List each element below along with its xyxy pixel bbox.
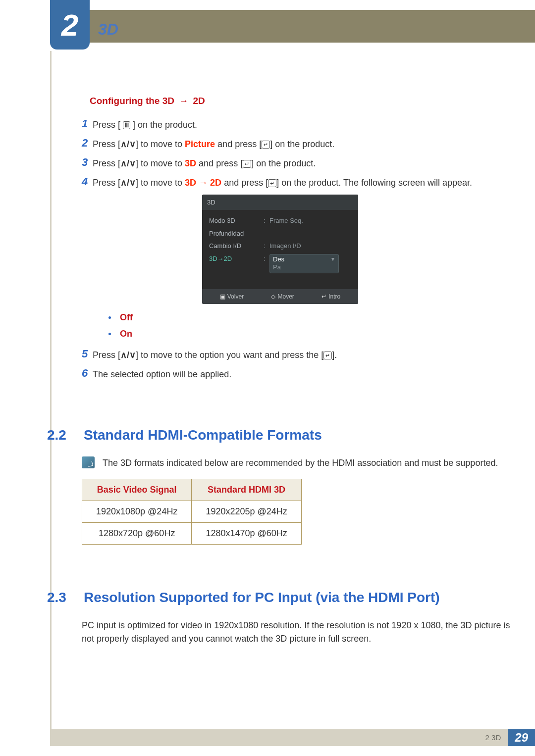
t: Press [ bbox=[93, 139, 120, 149]
step-1-b: ] on the product. bbox=[130, 120, 197, 130]
t: ] on the product. bbox=[270, 139, 334, 149]
updown-icon: ∧/∨ bbox=[120, 158, 136, 168]
table-cell: 1920x1080p @24Hz bbox=[82, 501, 192, 523]
table-header-basic: Basic Video Signal bbox=[82, 479, 192, 501]
step-2: 2 Press [∧/∨] to move to Picture and pre… bbox=[82, 137, 510, 151]
step-5-text: Press [∧/∨] to move to the option you wa… bbox=[93, 348, 510, 362]
note-icon bbox=[82, 456, 95, 468]
t: ]. bbox=[332, 350, 337, 360]
osd-body: Modo 3D : Frame Seq. Profundidad Cambio … bbox=[202, 210, 358, 289]
note-text: The 3D formats indicated below are recom… bbox=[103, 456, 510, 470]
osd-hint-mover: ◇Mover bbox=[271, 292, 294, 301]
osd-value-dropdown: Des Pa ▼ bbox=[269, 254, 351, 274]
menu-icon: ▣ bbox=[220, 293, 225, 300]
highlight-3d: 3D bbox=[185, 158, 196, 168]
step-4-text: Press [∧/∨] to move to 3D → 2D and press… bbox=[93, 175, 510, 190]
osd-hint-intro: ↵Intro bbox=[321, 292, 340, 301]
bullet-on: On bbox=[108, 327, 510, 341]
chevron-down-icon: ▼ bbox=[330, 256, 335, 262]
table-row: 1920x1080p @24Hz 1920x2205p @24Hz bbox=[82, 501, 302, 523]
section-2-2-heading: 2.2 Standard HDMI-Compatible Formats bbox=[47, 425, 510, 446]
section-number: 2.2 bbox=[47, 425, 84, 446]
step-4-number: 4 bbox=[82, 175, 93, 188]
section-title: Resolution Supported for PC Input (via t… bbox=[84, 587, 440, 608]
enter-button-icon: ↵ bbox=[262, 141, 270, 149]
t: ] to move to the option you want and pre… bbox=[136, 350, 323, 360]
menu-button-icon: Ⅲ bbox=[123, 121, 130, 129]
step-1-a: Press [ bbox=[93, 120, 123, 130]
osd-dropdown-selected: Des bbox=[273, 255, 335, 264]
step-1: 1 Press [ Ⅲ ] on the product. bbox=[82, 117, 510, 132]
enter-icon: ↵ bbox=[321, 293, 326, 300]
osd-label: 3D→2D bbox=[209, 254, 264, 274]
move-icon: ◇ bbox=[271, 293, 275, 300]
table-header-hdmi3d: Standard HDMI 3D bbox=[192, 479, 301, 501]
step-3-number: 3 bbox=[82, 156, 93, 169]
osd-row-profundidad: Profundidad bbox=[209, 229, 351, 239]
t: Intro bbox=[328, 293, 340, 300]
step-2-number: 2 bbox=[82, 137, 93, 150]
osd-value: Frame Seq. bbox=[269, 216, 351, 226]
header-band bbox=[50, 10, 535, 43]
t: ] to move to bbox=[136, 139, 185, 149]
page-footer: 2 3D 29 bbox=[50, 729, 535, 746]
t: and press [ bbox=[215, 139, 262, 149]
t: ] to move to bbox=[136, 178, 185, 188]
osd-colon: : bbox=[264, 254, 269, 274]
t: and press [ bbox=[196, 158, 243, 168]
step-5: 5 Press [∧/∨] to move to the option you … bbox=[82, 348, 510, 362]
table-cell: 1280x720p @60Hz bbox=[82, 523, 192, 545]
updown-icon: ∧/∨ bbox=[120, 350, 136, 360]
osd-row-cambio: Cambio I/D : Imagen I/D bbox=[209, 241, 351, 251]
t: and press [ bbox=[221, 178, 268, 188]
hdmi-formats-table: Basic Video Signal Standard HDMI 3D 1920… bbox=[82, 479, 302, 545]
table-cell: 1280x1470p @60Hz bbox=[192, 523, 301, 545]
osd-hint-volver: ▣Volver bbox=[220, 292, 244, 301]
osd-value bbox=[269, 229, 351, 239]
table-cell: 1920x2205p @24Hz bbox=[192, 501, 301, 523]
subheading-prefix: Configuring the 3D bbox=[90, 96, 174, 106]
step-3-text: Press [∧/∨] to move to 3D and press [↵] … bbox=[93, 156, 510, 170]
arrow-icon: → bbox=[196, 178, 210, 188]
osd-colon bbox=[264, 229, 269, 239]
osd-colon: : bbox=[264, 241, 269, 251]
osd-row-3d2d: 3D→2D : Des Pa ▼ bbox=[209, 254, 351, 274]
t: 3D bbox=[185, 178, 196, 188]
enter-button-icon: ↵ bbox=[268, 179, 276, 187]
t: Press [ bbox=[93, 158, 120, 168]
step-2-text: Press [∧/∨] to move to Picture and press… bbox=[93, 137, 510, 151]
osd-title: 3D bbox=[202, 195, 358, 210]
enter-button-icon: ↵ bbox=[243, 160, 251, 168]
subheading-suffix: 2D bbox=[193, 96, 205, 106]
footer-breadcrumb: 2 3D bbox=[479, 729, 508, 746]
chapter-number-badge: 2 bbox=[50, 0, 90, 50]
t: Press [ bbox=[93, 350, 120, 360]
osd-label: Cambio I/D bbox=[209, 241, 264, 251]
t: 2D bbox=[210, 178, 221, 188]
enter-button-icon: ↵ bbox=[323, 352, 332, 359]
highlight-picture: Picture bbox=[185, 139, 215, 149]
osd-dropdown: Des Pa ▼ bbox=[269, 254, 339, 274]
note-row: The 3D formats indicated below are recom… bbox=[82, 456, 510, 470]
osd-hint-bar: ▣Volver ◇Mover ↵Intro bbox=[202, 289, 358, 304]
step-6: 6 The selected option will be applied. bbox=[82, 367, 510, 381]
t: Volver bbox=[227, 293, 244, 300]
section-title: Standard HDMI-Compatible Formats bbox=[84, 425, 322, 446]
section-number: 2.3 bbox=[47, 587, 84, 608]
arrow-icon: → bbox=[179, 96, 188, 106]
osd-row-modo3d: Modo 3D : Frame Seq. bbox=[209, 216, 351, 226]
step-1-text: Press [ Ⅲ ] on the product. bbox=[93, 117, 510, 132]
table-row: 1280x720p @60Hz 1280x1470p @60Hz bbox=[82, 523, 302, 545]
osd-dropdown-alt: Pa bbox=[273, 263, 335, 272]
bullet-label: Off bbox=[120, 311, 133, 324]
section-2-3-paragraph: PC input is optimized for video in 1920x… bbox=[82, 619, 510, 646]
bullet-dot-icon bbox=[108, 316, 111, 319]
footer-page-number: 29 bbox=[508, 729, 535, 746]
osd-label: Profundidad bbox=[209, 229, 264, 239]
step-6-number: 6 bbox=[82, 367, 93, 380]
t: ] on the product. The following screen w… bbox=[276, 178, 472, 188]
updown-icon: ∧/∨ bbox=[120, 178, 136, 188]
step-1-number: 1 bbox=[82, 117, 93, 130]
subheading-configuring: Configuring the 3D → 2D bbox=[90, 94, 510, 108]
t: Press [ bbox=[93, 178, 120, 188]
